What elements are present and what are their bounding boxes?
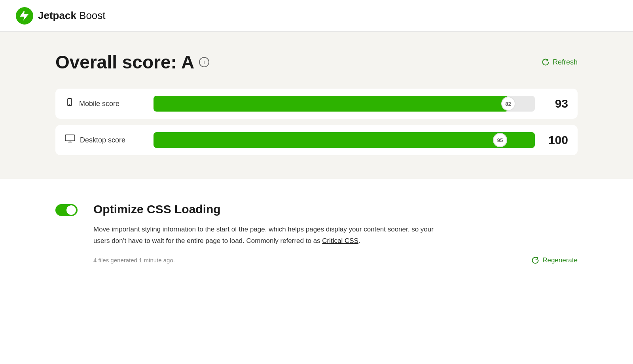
regenerate-icon xyxy=(531,256,539,264)
score-title-text: Overall score: A xyxy=(55,51,194,73)
refresh-button[interactable]: Refresh xyxy=(542,58,578,66)
app-header: Jetpack Boost xyxy=(0,0,633,32)
overall-score-title: Overall score: A i xyxy=(55,51,209,73)
jetpack-logo-icon xyxy=(16,7,33,25)
mobile-previous-score: 82 xyxy=(501,97,515,111)
optimize-css-feature-row: Optimize CSS Loading Move important styl… xyxy=(55,203,578,264)
score-bars: Mobile score 82 93 Deskt xyxy=(55,89,578,155)
desktop-previous-score: 95 xyxy=(493,133,507,147)
mobile-bar-fill: 82 xyxy=(154,96,508,112)
refresh-icon xyxy=(542,58,550,66)
mobile-score-label: Mobile score xyxy=(65,98,144,110)
optimize-css-footer: 4 files generated 1 minute ago. Regenera… xyxy=(93,256,578,264)
files-status: 4 files generated 1 minute ago. xyxy=(93,257,175,264)
desktop-bar-fill: 95 xyxy=(154,132,535,148)
mobile-score-row: Mobile score 82 93 xyxy=(55,89,578,119)
mobile-bar-container: 82 xyxy=(154,96,535,112)
optimize-css-title: Optimize CSS Loading xyxy=(93,203,578,216)
mobile-score-value: 93 xyxy=(544,97,568,110)
score-section: Overall score: A i Refresh xyxy=(0,32,633,179)
optimize-css-toggle[interactable] xyxy=(55,204,78,216)
app-title: Jetpack Boost xyxy=(38,9,106,22)
mobile-icon xyxy=(65,98,74,110)
logo-container: Jetpack Boost xyxy=(16,7,106,25)
desktop-icon xyxy=(65,134,75,146)
optimize-css-description: Move important styling information to th… xyxy=(93,224,449,247)
svg-rect-3 xyxy=(65,135,75,141)
desktop-score-row: Desktop score 95 100 xyxy=(55,125,578,155)
score-header: Overall score: A i Refresh xyxy=(55,51,578,73)
desktop-score-value: 100 xyxy=(544,133,568,147)
svg-point-2 xyxy=(69,104,70,105)
desktop-bar-container: 95 xyxy=(154,132,535,148)
regenerate-button[interactable]: Regenerate xyxy=(531,256,578,264)
critical-css-link[interactable]: Critical CSS xyxy=(322,237,358,245)
desktop-score-label: Desktop score xyxy=(65,134,144,146)
optimize-css-toggle-container[interactable] xyxy=(55,204,78,218)
info-icon[interactable]: i xyxy=(199,57,209,67)
content-section: Optimize CSS Loading Move important styl… xyxy=(0,179,633,288)
optimize-css-content: Optimize CSS Loading Move important styl… xyxy=(93,203,578,264)
